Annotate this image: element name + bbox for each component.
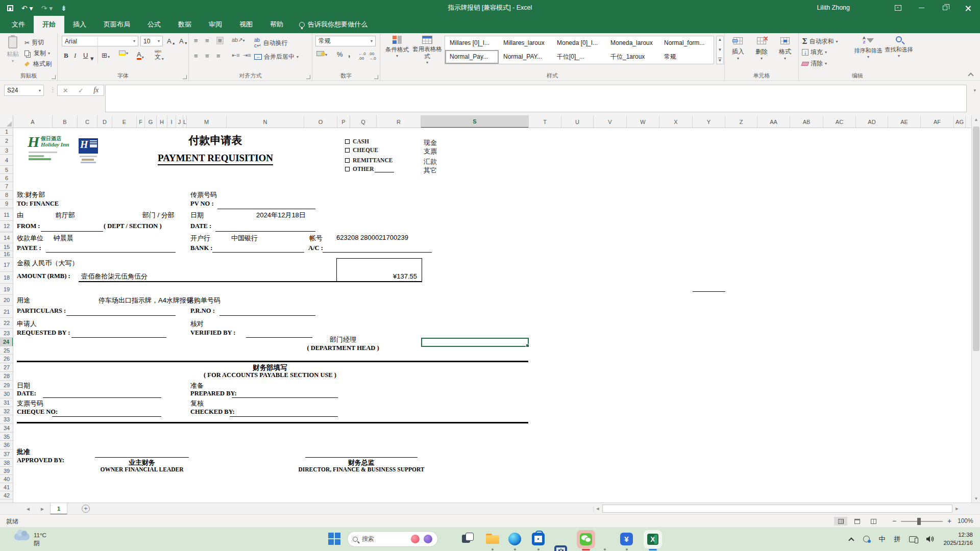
ribbon-tab-视图[interactable]: 视图 [231, 16, 261, 33]
cell-style-item[interactable]: Millares [0]_I... [445, 36, 499, 50]
row-header-7[interactable]: 7 [0, 182, 13, 191]
row-header-21[interactable]: 21 [0, 306, 13, 318]
find-select-button[interactable]: 查找和选择▾ [883, 36, 915, 58]
column-header-H[interactable]: H [157, 115, 167, 128]
excel-taskbar-icon[interactable]: X [644, 530, 662, 548]
weather-icon[interactable] [14, 533, 30, 540]
ribbon-tab-文件[interactable]: 文件 [3, 16, 34, 33]
column-header-O[interactable]: O [304, 115, 337, 128]
pay-app-icon[interactable]: ¥ [620, 533, 633, 545]
column-header-J[interactable]: J [176, 115, 183, 128]
sheet-nav-left-icon[interactable]: ◄ [26, 503, 31, 515]
zoom-in-button[interactable]: + [947, 517, 951, 525]
collapse-ribbon-icon[interactable] [968, 72, 973, 78]
cut-button[interactable]: ✂剪切 [24, 38, 44, 47]
column-header-N[interactable]: N [227, 115, 304, 128]
row-header-27[interactable]: 27 [0, 363, 13, 372]
align-top-icon[interactable]: ≡ [194, 37, 198, 44]
row-header-39[interactable]: 39 [0, 467, 13, 475]
new-sheet-button[interactable]: + [82, 505, 90, 513]
row-header-3[interactable]: 3 [0, 146, 13, 155]
row-header-5[interactable]: 5 [0, 166, 13, 174]
zoom-out-button[interactable]: − [892, 517, 896, 525]
column-header-Q[interactable]: Q [350, 115, 377, 128]
align-center-icon[interactable]: ≡ [205, 53, 209, 59]
column-header-AG[interactable]: AG [954, 115, 966, 128]
scroll-down-icon[interactable]: ▼ [972, 494, 980, 503]
file-explorer-icon[interactable] [486, 534, 499, 544]
select-all-corner[interactable] [0, 115, 13, 128]
page-break-view-button[interactable] [867, 517, 880, 525]
align-middle-icon[interactable]: ≡ [205, 37, 209, 44]
column-header-T[interactable]: T [529, 115, 561, 128]
row-header-36[interactable]: 36 [0, 441, 13, 449]
hscroll-left-icon[interactable]: ◄ [594, 505, 601, 513]
format-as-table-button[interactable]: 套用表格格式 ▾ [412, 36, 443, 65]
bold-button[interactable]: B [64, 52, 68, 60]
row-header-32[interactable]: 32 [0, 407, 13, 415]
cancel-icon[interactable]: ✕ [63, 87, 68, 94]
delete-cells-button[interactable]: 删除▾ [750, 37, 773, 61]
column-header-R[interactable]: R [377, 115, 421, 128]
column-header-AB[interactable]: AB [790, 115, 823, 128]
close-button[interactable] [957, 0, 980, 16]
wechat-icon[interactable] [577, 530, 595, 548]
align-bottom-icon[interactable]: ≡ [216, 37, 224, 44]
weather-widget[interactable]: 11°C 阴 [34, 531, 46, 547]
column-header-I[interactable]: I [167, 115, 176, 128]
row-header-2[interactable]: 2 [0, 136, 13, 146]
row-header-11[interactable]: 11 [0, 209, 13, 221]
insert-function-icon[interactable]: fx [93, 86, 99, 94]
row-header-14[interactable]: 14 [0, 233, 13, 243]
page-layout-view-button[interactable] [850, 517, 864, 525]
cell-style-item[interactable]: Moneda [0]_I... [552, 36, 606, 50]
column-header-C[interactable]: C [78, 115, 97, 128]
conditional-formatting-button[interactable]: 条件格式 ▾ [383, 36, 411, 58]
column-header-A[interactable]: A [13, 115, 53, 128]
row-header-30[interactable]: 30 [0, 390, 13, 398]
column-header-W[interactable]: W [627, 115, 659, 128]
row-header-29[interactable]: 29 [0, 381, 13, 390]
increase-indent-icon[interactable]: ⇥≡ [243, 53, 251, 58]
row-header-34[interactable]: 34 [0, 424, 13, 433]
italic-button[interactable]: I [74, 52, 76, 60]
minimize-button[interactable] [910, 0, 933, 16]
align-right-icon[interactable]: ≡ [216, 53, 220, 59]
ime-mode-indicator[interactable]: 拼 [894, 535, 900, 544]
row-header-15[interactable]: 15 [0, 243, 13, 251]
clipboard-dialog-launcher[interactable] [52, 75, 56, 79]
increase-font-icon[interactable]: A▲ [167, 37, 176, 45]
hidden-icons-chevron[interactable] [849, 537, 854, 543]
font-name-select[interactable]: Arial▾ [62, 36, 138, 46]
save-icon[interactable] [7, 5, 13, 11]
number-format-select[interactable]: 常规▾ [315, 36, 376, 46]
ribbon-tab-公式[interactable]: 公式 [139, 16, 169, 33]
zoom-level[interactable]: 100% [958, 517, 973, 524]
borders-icon[interactable]: ⊞▾ [102, 52, 110, 59]
search-box[interactable]: 搜索 [347, 531, 438, 547]
column-header-Y[interactable]: Y [693, 115, 725, 128]
row-header-25[interactable]: 25 [0, 346, 13, 355]
vertical-scrollbar[interactable]: ▲ ▼ [971, 115, 980, 503]
ribbon-tab-插入[interactable]: 插入 [64, 16, 95, 33]
cell-style-item[interactable]: Normal_PAY... [499, 50, 552, 64]
horizontal-scrollbar[interactable] [602, 505, 952, 513]
start-button[interactable] [328, 533, 341, 545]
undo-icon[interactable]: ↶ ▾ [21, 5, 33, 12]
clear-button[interactable]: 清除▾ [802, 59, 827, 68]
clock[interactable]: 12:38 2025/12/16 [943, 531, 973, 547]
row-header-16[interactable]: 16 [0, 251, 13, 258]
microsoft-store-icon[interactable] [532, 533, 545, 545]
column-header-AF[interactable]: AF [921, 115, 954, 128]
copy-button[interactable]: 复制▾ [24, 49, 50, 58]
sheet-nav-right-icon[interactable]: ► [40, 503, 45, 515]
number-dialog-launcher[interactable] [374, 75, 378, 79]
column-header-Z[interactable]: Z [725, 115, 757, 128]
row-header-28[interactable]: 28 [0, 372, 13, 381]
paste-button[interactable]: 粘贴 ▾ [4, 36, 21, 63]
decrease-indent-icon[interactable]: ⇤≡ [232, 53, 240, 58]
ribbon-tab-帮助[interactable]: 帮助 [261, 16, 292, 33]
row-header-6[interactable]: 6 [0, 174, 13, 182]
ribbon-display-options-button[interactable]: ^ [886, 0, 910, 16]
name-box-splitter[interactable]: ⋮ [50, 86, 56, 93]
